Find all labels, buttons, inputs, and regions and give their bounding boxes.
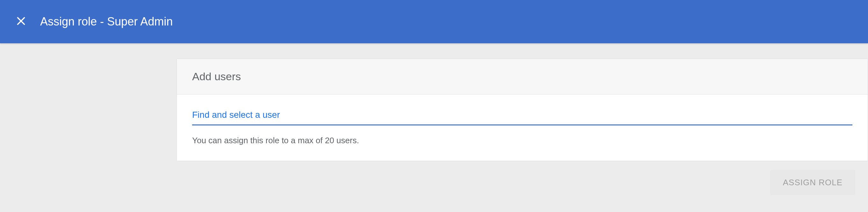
helper-text: You can assign this role to a max of 20 …	[192, 136, 852, 145]
page-title: Assign role - Super Admin	[40, 15, 173, 28]
assign-role-button[interactable]: ASSIGN ROLE	[770, 170, 855, 195]
card-body: You can assign this role to a max of 20 …	[177, 95, 868, 161]
add-users-card: Add users You can assign this role to a …	[177, 59, 868, 161]
card-header: Add users	[177, 59, 868, 95]
card-title: Add users	[192, 70, 852, 83]
close-icon	[15, 15, 27, 28]
footer: ASSIGN ROLE	[0, 161, 868, 195]
page-header: Assign role - Super Admin	[0, 0, 868, 43]
close-button[interactable]	[13, 14, 29, 29]
user-search-input[interactable]	[192, 110, 852, 126]
